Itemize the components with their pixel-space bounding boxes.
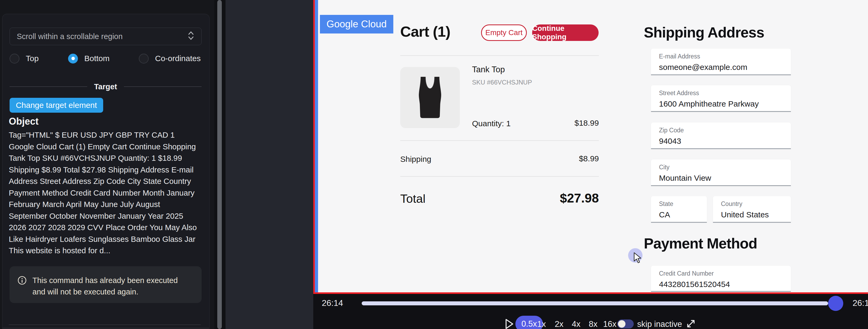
radio-coordinates[interactable]: Co-ordinates	[139, 52, 201, 65]
skip-inactive-label: skip inactive	[637, 320, 682, 329]
radio-bottom[interactable]: Bottom	[68, 52, 110, 65]
fullscreen-expand-icon[interactable]	[685, 318, 697, 329]
field-label: Country	[721, 200, 791, 207]
divider-line	[9, 86, 87, 87]
product-sku: SKU #66VCHSJNUP	[472, 79, 532, 86]
field-label: Street Address	[659, 90, 791, 97]
tank-top-graphic	[409, 73, 451, 122]
field-value: 1600 Amphitheatre Parkway	[659, 99, 791, 108]
field-value: 4432801561520454	[659, 280, 791, 289]
state-field[interactable]: State CA	[651, 196, 707, 223]
change-target-button[interactable]: Change target element	[9, 98, 103, 113]
field-value: 94043	[659, 137, 791, 145]
cart-divider	[400, 176, 599, 177]
sidebar-scrollbar-thumb[interactable]	[217, 0, 222, 329]
zip-field[interactable]: Zip Code 94043	[651, 123, 791, 149]
divider-line	[124, 86, 202, 87]
command-type-value: Scroll within a scrollable region	[17, 32, 123, 41]
replay-app: Scroll within a scrollable region Top Bo…	[0, 0, 868, 329]
shipping-address-heading: Shipping Address	[644, 24, 764, 41]
field-value: someone@example.com	[659, 63, 791, 72]
toggle-knob	[618, 320, 625, 328]
speed-4x-button[interactable]: 4x	[572, 320, 581, 329]
field-label: Zip Code	[659, 127, 791, 134]
email-field[interactable]: E-mail Address someone@example.com	[651, 48, 791, 75]
total-label: Total	[400, 192, 426, 206]
already-executed-notice: This command has already been executed a…	[9, 266, 202, 303]
current-time: 26:14	[322, 298, 343, 308]
radio-circle[interactable]	[9, 54, 20, 64]
shipping-row-label: Shipping	[400, 155, 431, 164]
city-field[interactable]: City Mountain View	[651, 160, 791, 186]
object-heading: Object	[9, 116, 38, 127]
cart-title: Cart (1)	[400, 23, 450, 40]
speed-2x-button[interactable]: 2x	[555, 320, 563, 329]
credit-card-number-field[interactable]: Credit Card Number 4432801561520454	[651, 266, 791, 292]
payment-method-heading: Payment Method	[644, 235, 757, 252]
target-highlight-border	[315, 0, 318, 294]
scroll-position-radios: Top Bottom Co-ordinates	[9, 52, 202, 65]
country-field[interactable]: Country United States	[713, 196, 791, 223]
radio-top[interactable]: Top	[9, 52, 38, 65]
command-type-select[interactable]: Scroll within a scrollable region	[9, 28, 202, 45]
skip-inactive-toggle[interactable]	[617, 320, 634, 328]
field-value: Mountain View	[659, 173, 791, 183]
field-label: E-mail Address	[659, 53, 791, 60]
google-cloud-badge: Google Cloud	[320, 15, 393, 33]
radio-label: Co-ordinates	[155, 54, 201, 63]
street-field[interactable]: Street Address 1600 Amphitheatre Parkway	[651, 85, 791, 112]
speed-1x-button[interactable]: 1x	[537, 320, 546, 329]
product-name: Tank Top	[472, 65, 505, 74]
timeline-slider-track[interactable]	[362, 301, 828, 305]
notice-text: This command has already been executed a…	[32, 275, 187, 298]
timeline-slider-thumb[interactable]	[828, 296, 843, 311]
product-image-tank-top	[400, 67, 460, 128]
target-section-label: Target	[94, 83, 117, 91]
end-time: 26:1	[852, 298, 868, 308]
radio-circle[interactable]	[139, 54, 149, 64]
product-price: $18.99	[546, 119, 599, 128]
speed-8x-button[interactable]: 8x	[589, 320, 597, 329]
sidebar-divider	[9, 325, 201, 325]
continue-shopping-button[interactable]: Continue Shopping	[532, 25, 599, 41]
cart-divider	[400, 140, 599, 141]
info-icon	[18, 276, 27, 286]
field-value: CA	[659, 210, 707, 219]
total-price: $27.98	[519, 191, 599, 205]
select-chevrons-icon	[187, 30, 194, 43]
next-panel-edge	[2, 327, 209, 329]
speed-16x-button[interactable]: 16x	[603, 320, 616, 329]
product-quantity: Quantity: 1	[472, 119, 510, 128]
mouse-cursor-icon	[632, 252, 644, 265]
field-label: Credit Card Number	[659, 270, 791, 277]
radio-label: Top	[26, 54, 38, 63]
shipping-row-price: $8.99	[546, 154, 599, 163]
target-section-divider: Target	[9, 82, 202, 91]
field-label: City	[659, 164, 791, 171]
field-label: State	[659, 200, 707, 207]
cart-divider	[400, 55, 599, 56]
radio-label: Bottom	[84, 54, 110, 63]
radio-circle-selected[interactable]	[68, 54, 78, 64]
empty-cart-button[interactable]: Empty Cart	[481, 25, 527, 41]
viewer-gutter	[225, 0, 313, 329]
field-value: United States	[721, 210, 791, 219]
play-button[interactable]	[504, 318, 514, 329]
object-description-text: Tag="HTML" $ EUR USD JPY GBP TRY CAD 1 G…	[9, 129, 199, 257]
